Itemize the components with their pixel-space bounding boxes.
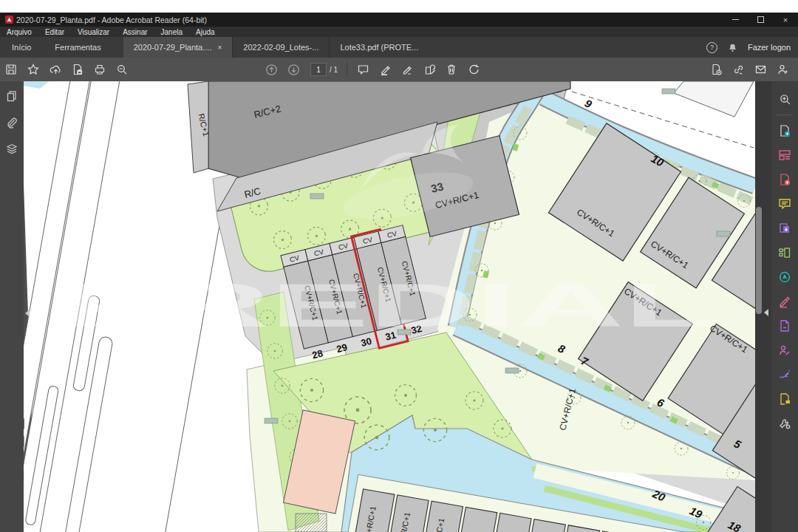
highlight-icon[interactable] bbox=[374, 60, 396, 79]
trash-icon[interactable] bbox=[440, 60, 463, 79]
export-pdf-icon[interactable] bbox=[705, 60, 727, 79]
menu-visualizar[interactable]: Visualizar bbox=[71, 28, 116, 36]
right-tools-rail bbox=[771, 81, 798, 532]
doc-tab-lote33[interactable]: Lote33.pdf (PROTE... bbox=[329, 37, 429, 58]
comment-icon[interactable] bbox=[774, 191, 796, 216]
menu-bar: Arquivo Editar Visualizar Assinar Janela… bbox=[0, 27, 798, 37]
window-title: 2020-07-29_Planta.pdf - Adobe Acrobat Re… bbox=[16, 16, 207, 24]
tabbar-right-group: ? Fazer logon bbox=[706, 37, 791, 58]
scrollbar-thumb[interactable] bbox=[756, 207, 762, 314]
restore-button[interactable] bbox=[748, 13, 773, 27]
star-icon[interactable] bbox=[22, 60, 44, 79]
organize-pages-icon[interactable] bbox=[774, 240, 796, 265]
edit-page-icon[interactable] bbox=[418, 60, 440, 79]
tab-inicio[interactable]: Início bbox=[0, 37, 43, 58]
rotate-icon[interactable] bbox=[463, 60, 485, 79]
page-thumbnails-icon[interactable] bbox=[6, 90, 18, 105]
page-up-icon[interactable] bbox=[260, 60, 282, 79]
attachments-icon[interactable] bbox=[6, 117, 18, 132]
combine-files-icon[interactable] bbox=[774, 216, 796, 240]
watermark-text: PREDIAL bbox=[64, 270, 715, 340]
request-signatures-icon[interactable] bbox=[774, 338, 796, 362]
doc-tab-label: Lote33.pdf (PROTE... bbox=[340, 43, 418, 52]
export-pdf-icon[interactable] bbox=[774, 118, 796, 143]
page-total-label: / 1 bbox=[330, 66, 338, 74]
certificates-icon[interactable] bbox=[774, 362, 796, 386]
send-comments-icon[interactable] bbox=[774, 386, 796, 411]
menu-assinar[interactable]: Assinar bbox=[116, 28, 154, 36]
help-icon[interactable]: ? bbox=[706, 42, 717, 53]
doc-tab-label: 2022-02-09_Lotes-... bbox=[243, 43, 318, 52]
menu-janela[interactable]: Janela bbox=[154, 28, 189, 36]
right-panel-collapse-handle[interactable] bbox=[764, 309, 768, 316]
protected-file-icon[interactable] bbox=[66, 60, 89, 79]
close-button[interactable]: × bbox=[773, 13, 798, 27]
tab-close-icon[interactable]: × bbox=[217, 44, 222, 52]
page-down-icon[interactable] bbox=[282, 60, 304, 79]
doc-tab-planta[interactable]: 2020-07-29_Planta.... × bbox=[123, 37, 233, 58]
share-person-icon[interactable] bbox=[771, 60, 794, 79]
fill-sign-icon[interactable] bbox=[774, 289, 796, 313]
login-button[interactable]: Fazer logon bbox=[748, 43, 791, 52]
doc-tab-lotes[interactable]: 2022-02-09_Lotes-... bbox=[232, 37, 329, 58]
menu-editar[interactable]: Editar bbox=[38, 28, 71, 36]
comment-icon[interactable] bbox=[352, 60, 374, 79]
minimize-button[interactable] bbox=[723, 13, 748, 27]
create-form-icon[interactable] bbox=[774, 143, 796, 167]
title-bar: 2020-07-29_Planta.pdf - Adobe Acrobat Re… bbox=[0, 13, 798, 27]
email-icon[interactable] bbox=[749, 60, 771, 79]
toolbar: 1 / 1 bbox=[0, 58, 798, 82]
left-panel-collapse-handle[interactable] bbox=[25, 310, 30, 317]
notifications-bell-icon[interactable] bbox=[728, 43, 737, 52]
more-tools-icon[interactable] bbox=[774, 411, 796, 435]
acrobat-app-icon bbox=[5, 16, 13, 24]
toolbar-right-group bbox=[705, 58, 794, 81]
menu-ajuda[interactable]: Ajuda bbox=[189, 28, 222, 36]
tab-bar: Início Ferramentas 2020-07-29_Planta....… bbox=[0, 37, 798, 58]
menu-arquivo[interactable]: Arquivo bbox=[0, 28, 38, 36]
save-icon[interactable] bbox=[0, 60, 22, 79]
find-icon[interactable] bbox=[111, 60, 133, 79]
layers-icon[interactable] bbox=[6, 143, 18, 158]
fill-sign-icon[interactable] bbox=[396, 60, 418, 79]
convert-pdf-icon[interactable] bbox=[774, 265, 796, 289]
edit-pdf-icon[interactable] bbox=[774, 313, 796, 338]
left-panel-rail bbox=[0, 81, 24, 532]
doc-tab-label: 2020-07-29_Planta.... bbox=[134, 43, 212, 52]
share-link-icon[interactable] bbox=[727, 60, 749, 79]
page-number-input[interactable]: 1 bbox=[310, 63, 327, 76]
pdf-canvas[interactable]: R/C+2 R/C R/C+1 33 CV+R/C+1 CV CV+R/C+1 … bbox=[24, 81, 755, 532]
create-pdf-icon[interactable] bbox=[774, 167, 796, 191]
tab-ferramentas[interactable]: Ferramentas bbox=[43, 37, 112, 58]
cloud-upload-icon[interactable] bbox=[44, 60, 66, 79]
print-icon[interactable] bbox=[89, 60, 111, 79]
screenshot-root: { "window": {"title": "2020-07-29_Planta… bbox=[0, 0, 798, 532]
find-icon[interactable] bbox=[774, 87, 796, 112]
